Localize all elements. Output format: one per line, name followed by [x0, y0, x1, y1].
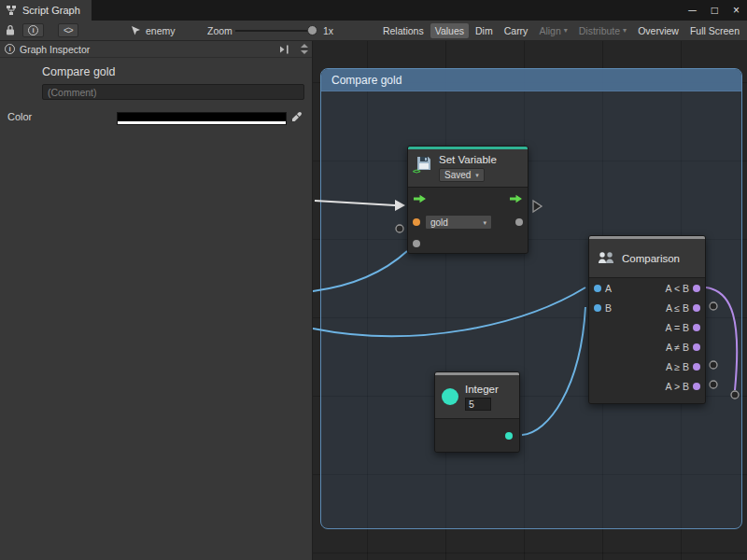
arrow-up-icon — [301, 44, 308, 48]
node-title: Comparison — [622, 253, 680, 264]
color-field-label: Color — [7, 111, 32, 122]
code-icon: <> — [63, 25, 73, 35]
comparison-row: A = B — [589, 317, 705, 337]
node-integer[interactable]: Integer — [434, 371, 520, 453]
comparison-row: A > B — [589, 376, 705, 396]
arrow-down-icon — [301, 50, 308, 54]
alpha-strip — [118, 121, 286, 124]
input-port-a[interactable] — [594, 285, 601, 292]
node-comparison[interactable]: Comparison A A < B B A ≤ B A = B — [588, 235, 706, 404]
panel-scroll-arrows[interactable] — [301, 44, 308, 54]
variable-name-dropdown[interactable]: gold ▾ — [425, 215, 492, 230]
toolbar-button-overview[interactable]: Overview — [633, 23, 684, 38]
node-set-variable[interactable]: <> Set Variable Saved ▾ — [407, 146, 529, 254]
group-header[interactable]: Compare gold — [321, 69, 741, 91]
inspector-title: Graph Inspector — [20, 44, 90, 55]
output-port-greater[interactable] — [693, 383, 700, 390]
dock-panel-icon[interactable] — [279, 45, 289, 56]
output-port-equal[interactable] — [693, 324, 700, 331]
tab-script-graph[interactable]: Script Graph — [0, 0, 92, 21]
comparison-row: B A ≤ B — [589, 298, 705, 317]
inspected-graph-title: Compare gold — [42, 65, 116, 78]
color-swatch[interactable] — [117, 112, 287, 125]
save-variable-icon: <> — [415, 154, 433, 173]
info-icon: i — [28, 25, 38, 35]
enemy-object-icon — [131, 25, 141, 36]
zoom-label: Zoom — [207, 25, 233, 36]
output-port-less-equal[interactable] — [693, 304, 700, 312]
output-port-not-equal[interactable] — [693, 343, 700, 351]
output-port-less[interactable] — [693, 285, 700, 292]
graph-owner-label: enemy — [146, 25, 176, 36]
comment-input[interactable] — [42, 84, 304, 100]
flow-in-port[interactable] — [414, 194, 426, 203]
output-port-greater-equal[interactable] — [693, 363, 700, 371]
toolbar-button-align[interactable]: Align ▾ — [534, 23, 571, 38]
toolbar-button-fullscreen[interactable]: Full Screen — [685, 23, 744, 38]
integer-value-input[interactable] — [465, 398, 491, 411]
caret-down-icon: ▾ — [564, 27, 568, 35]
group-title: Compare gold — [331, 74, 402, 87]
variables-toggle-button[interactable]: <> — [58, 23, 78, 37]
comparison-row: A ≠ B — [589, 337, 705, 357]
variable-scope-dropdown[interactable]: Saved ▾ — [439, 168, 485, 182]
tab-label: Script Graph — [22, 5, 80, 16]
script-graph-icon — [6, 5, 17, 16]
variable-name-port[interactable] — [413, 218, 420, 226]
info-icon: i — [5, 44, 15, 54]
eyedropper-icon[interactable] — [290, 110, 303, 127]
caret-down-icon: ▾ — [475, 172, 479, 178]
maximize-button[interactable]: □ — [712, 4, 718, 17]
graph-inspector-panel: i Graph Inspector Compare gold Color — [0, 41, 313, 560]
input-value-port[interactable] — [413, 240, 420, 247]
graph-owner-button[interactable]: enemy — [131, 21, 176, 40]
close-button[interactable]: × — [733, 4, 740, 17]
input-port-b[interactable] — [594, 304, 601, 312]
toolbar-button-distribute[interactable]: Distribute ▾ — [574, 23, 631, 38]
zoom-slider[interactable] — [235, 30, 314, 32]
toolbar: i <> enemy Zoom 1x Relations Values Dim … — [0, 21, 747, 41]
comparison-row: A ≥ B — [589, 357, 705, 376]
code-icon: <> — [413, 167, 419, 175]
comparison-icon — [597, 250, 615, 267]
toolbar-button-values[interactable]: Values — [430, 23, 469, 38]
toolbar-button-dim[interactable]: Dim — [471, 23, 498, 38]
minimize-button[interactable]: ─ — [688, 4, 697, 17]
caret-down-icon: ▾ — [623, 27, 627, 35]
comparison-row: A A < B — [589, 278, 705, 298]
output-value-port[interactable] — [515, 218, 523, 226]
toolbar-button-relations[interactable]: Relations — [378, 23, 429, 38]
flow-out-port[interactable] — [510, 194, 522, 203]
title-bar: Script Graph ─ □ × — [0, 0, 747, 21]
integer-output-port[interactable] — [505, 432, 513, 440]
toolbar-button-carry[interactable]: Carry — [500, 23, 533, 38]
graph-canvas[interactable]: Compare gold — [313, 41, 747, 560]
node-title: Set Variable — [439, 154, 497, 165]
inspector-toggle-button[interactable]: i — [22, 23, 44, 37]
zoom-value: 1x — [323, 25, 333, 36]
caret-down-icon: ▾ — [483, 219, 486, 226]
node-title: Integer — [465, 384, 499, 395]
zoom-slider-handle[interactable] — [307, 25, 317, 35]
lock-icon[interactable] — [6, 21, 15, 40]
integer-icon — [442, 388, 458, 405]
